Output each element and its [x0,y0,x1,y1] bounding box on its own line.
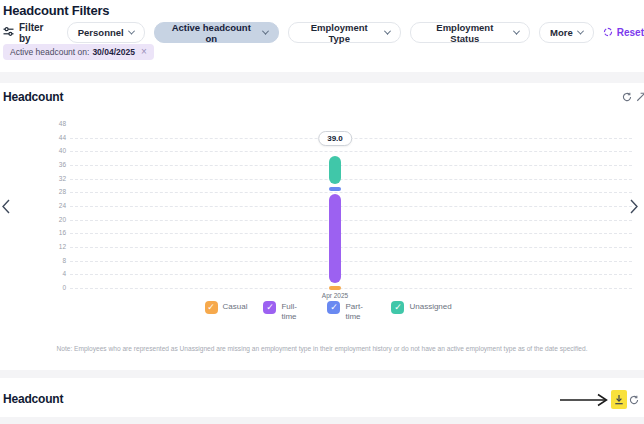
chart-legend: ✓Casual✓Full-time✓Part-time✓Unassigned [0,301,644,321]
filter-button-label: Employment Status [421,22,509,44]
chart-section-title: Headcount [3,90,63,104]
checkbox-check-icon: ✓ [205,301,218,314]
gridline [70,288,632,289]
section-divider [0,72,644,83]
reset-label: Reset [617,27,644,38]
download-icon[interactable] [611,390,627,409]
filter-button-employment-type[interactable]: Employment Type [288,22,401,43]
chevron-down-icon [513,28,520,35]
second-chart-toolbar [629,393,644,408]
page-title: Headcount Filters [3,3,109,18]
previous-period-button[interactable] [2,199,10,217]
legend-label: Casual [223,301,248,312]
y-axis-tick-label: 28 [40,188,66,195]
filter-button-label: Employment Type [299,22,380,44]
second-section-title: Headcount [3,392,63,406]
chip-value: 30/04/2025 [92,47,135,57]
y-axis-tick-label: 44 [40,134,66,141]
gridline [70,179,632,180]
checkbox-check-icon: ✓ [263,301,276,314]
gridline [70,220,632,221]
filter-button-label: Personnel [78,27,124,38]
y-axis-tick-label: 20 [40,216,66,223]
gridline [70,247,632,248]
bar-total-tooltip: 39.0 [318,131,352,146]
gridline [70,206,632,207]
y-axis-tick-label: 0 [40,284,66,291]
bar-segment-casual[interactable] [329,286,341,291]
bar-segment-full-time[interactable] [329,194,341,284]
reset-icon [603,27,613,39]
gridline [70,151,632,152]
chip-close-icon[interactable]: × [141,47,147,57]
note-text: Note: Employees who are represented as U… [0,345,644,352]
legend-item-full-time[interactable]: ✓Full-time [263,301,311,321]
chevron-down-icon [262,28,269,35]
y-axis-tick-label: 40 [40,147,66,154]
legend-label: Part-time [345,301,375,321]
chevron-down-icon [128,28,135,35]
filter-button-personnel[interactable]: Personnel [67,22,145,43]
x-axis-label: Apr 2025 [322,292,348,299]
chip-label: Active headcount on: [10,47,89,57]
section-divider [0,370,644,378]
filter-button-active-headcount-on[interactable]: Active headcount on [154,22,279,43]
chart-toolbar [622,90,644,105]
reset-button[interactable]: Reset [603,27,644,39]
filter-button-more[interactable]: More [539,22,594,43]
legend-label: Full-time [281,301,311,321]
chevron-down-icon [577,28,584,35]
legend-item-part-time[interactable]: ✓Part-time [327,301,375,321]
gridline [70,274,632,275]
gridline [70,165,632,166]
y-axis-tick-label: 12 [40,243,66,250]
legend-item-casual[interactable]: ✓Casual [205,301,248,314]
legend-item-unassigned[interactable]: ✓Unassigned [391,301,439,314]
page: Headcount Filters Filter by Personnel Ac… [0,0,644,424]
filter-by-text: Filter by [19,22,58,44]
annotation-arrow-icon [558,392,610,412]
y-axis-tick-label: 16 [40,229,66,236]
y-axis-tick-label: 8 [40,257,66,264]
bar-segment-unassigned[interactable] [329,156,341,184]
expand-icon[interactable] [636,90,644,105]
active-filter-chip[interactable]: Active headcount on: 30/04/2025 × [3,44,154,60]
filter-button-label: More [550,27,573,38]
refresh-icon[interactable] [622,90,632,105]
gridline [70,261,632,262]
filter-by-label: Filter by [3,22,58,44]
y-axis-tick-label: 24 [40,202,66,209]
chevron-down-icon [384,28,391,35]
next-period-button[interactable] [630,199,638,217]
refresh-icon[interactable] [629,393,639,408]
bar-segment-part-time[interactable] [329,187,341,192]
sliders-icon [3,26,14,39]
checkbox-check-icon: ✓ [327,301,340,314]
filter-button-label: Active headcount on [165,22,258,44]
section-divider [0,417,644,424]
y-axis-tick-label: 48 [40,120,66,127]
filter-bar: Filter by Personnel Active headcount on … [3,22,644,43]
gridline [70,233,632,234]
y-axis-tick-label: 32 [40,175,66,182]
y-axis-tick-label: 36 [40,161,66,168]
filter-button-employment-status[interactable]: Employment Status [410,22,530,43]
y-axis-tick-label: 4 [40,270,66,277]
gridline [70,192,632,193]
legend-label: Unassigned [409,301,439,312]
checkbox-check-icon: ✓ [391,301,404,314]
